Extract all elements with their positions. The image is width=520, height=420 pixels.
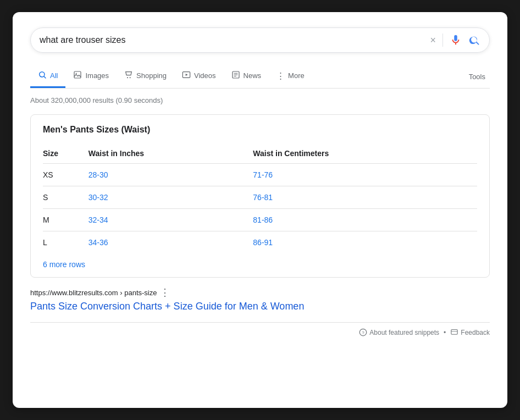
cell-cm: 71-76 [253,164,477,186]
cell-cm: 76-81 [253,186,477,209]
search-bar: × [30,27,490,53]
table-row: M 32-34 81-86 [43,209,477,231]
tab-all[interactable]: All [30,64,65,88]
source-url: https://www.blitzresults.com › pants-siz… [30,289,157,297]
search-input[interactable] [40,35,430,45]
cell-cm: 81-86 [253,209,477,231]
all-icon [38,70,47,81]
svg-text:?: ? [362,330,365,335]
svg-point-5 [130,77,131,78]
results-count: About 320,000,000 results (0.90 seconds) [30,96,490,104]
snippet-title: Men's Pants Sizes (Waist) [43,125,477,135]
search-button[interactable] [468,34,480,46]
cell-size: S [43,186,88,209]
tab-images[interactable]: Images [65,64,117,88]
tab-images-label: Images [85,71,109,80]
nav-tabs: All Images Shopping Videos News [30,64,490,89]
videos-icon [182,70,191,81]
shopping-icon [124,70,133,81]
cell-size: XS [43,164,88,186]
main-card: × All Im [13,12,507,408]
svg-point-4 [127,77,128,78]
images-icon [73,70,82,81]
cell-inches: 28-30 [88,164,253,186]
more-rows-link[interactable]: 6 more rows [43,260,85,269]
size-table: Size Waist in Inches Waist in Centimeter… [43,143,477,253]
cell-size: M [43,209,88,231]
svg-point-3 [76,73,77,74]
tools-button[interactable]: Tools [464,66,490,86]
clear-icon[interactable]: × [430,35,436,46]
col-size: Size [43,143,88,164]
cell-inches: 32-34 [88,209,253,231]
about-snippets[interactable]: ? About featured snippets [359,328,439,336]
feedback-icon [450,328,458,336]
featured-snippet: Men's Pants Sizes (Waist) Size Waist in … [30,114,490,278]
svg-rect-2 [74,71,81,78]
tab-more-label: More [288,71,305,80]
tab-videos[interactable]: Videos [174,64,224,88]
cell-cm: 86-91 [253,231,477,254]
source-dots-icon[interactable]: ⋮ [160,286,170,299]
source-line: https://www.blitzresults.com › pants-siz… [30,286,490,299]
separator-dot: • [444,329,446,336]
table-row: S 30-32 76-81 [43,186,477,209]
tab-shopping-label: Shopping [136,71,167,80]
tab-all-label: All [50,71,58,80]
more-icon: ⋮ [276,71,285,81]
feedback-button[interactable]: Feedback [450,328,490,336]
question-icon: ? [359,328,367,336]
tab-more[interactable]: ⋮ More [269,64,312,88]
feedback-label: Feedback [461,329,490,336]
table-row: L 34-36 86-91 [43,231,477,254]
tab-videos-label: Videos [194,71,216,80]
svg-rect-14 [451,330,457,335]
about-label: About featured snippets [369,329,439,336]
mic-icon[interactable] [450,34,462,46]
col-inches: Waist in Inches [88,143,253,164]
col-cm: Waist in Centimeters [253,143,477,164]
tab-news-label: News [244,71,262,80]
tab-shopping[interactable]: Shopping [117,64,174,88]
cell-size: L [43,231,88,254]
svg-line-1 [44,76,46,78]
svg-marker-7 [186,74,188,76]
cell-inches: 34-36 [88,231,253,254]
divider [442,34,443,47]
cell-inches: 30-32 [88,186,253,209]
news-icon [231,70,240,81]
bottom-bar: ? About featured snippets • Feedback [30,322,490,336]
tab-news[interactable]: News [224,64,269,88]
result-title-link[interactable]: Pants Size Conversion Charts + Size Guid… [30,301,490,312]
search-icons: × [430,34,480,47]
table-row: XS 28-30 71-76 [43,164,477,186]
